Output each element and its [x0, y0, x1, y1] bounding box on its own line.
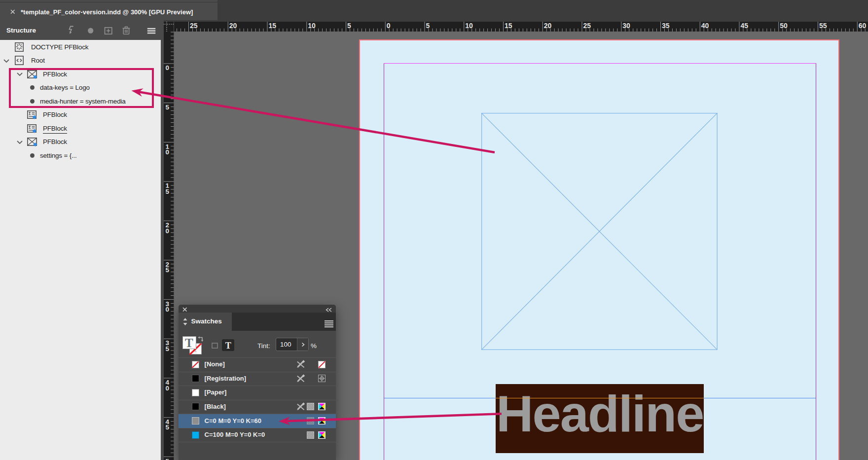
svg-text:5: 5 — [166, 345, 170, 353]
svg-text:0: 0 — [166, 306, 170, 313]
svg-text:15: 15 — [505, 22, 512, 30]
svg-text:30: 30 — [622, 22, 630, 30]
svg-text:10: 10 — [465, 22, 473, 30]
svg-text:0: 0 — [166, 148, 170, 156]
svg-text:40: 40 — [701, 22, 709, 30]
svg-text:60: 60 — [858, 22, 866, 30]
svg-text:25: 25 — [190, 22, 198, 30]
svg-text:15: 15 — [268, 22, 276, 30]
svg-text:45: 45 — [740, 22, 748, 30]
svg-text:5: 5 — [166, 424, 170, 431]
svg-text:35: 35 — [662, 22, 670, 30]
svg-text:5: 5 — [426, 22, 430, 30]
svg-text:20: 20 — [229, 22, 237, 30]
svg-text:5: 5 — [166, 266, 170, 274]
svg-text:0: 0 — [166, 384, 170, 391]
svg-text:0: 0 — [386, 22, 390, 30]
svg-text:0: 0 — [166, 64, 170, 71]
svg-text:5: 5 — [347, 22, 351, 30]
svg-text:5: 5 — [166, 188, 170, 195]
svg-text:5: 5 — [166, 104, 170, 111]
svg-text:25: 25 — [583, 22, 591, 30]
svg-text:50: 50 — [780, 22, 788, 30]
svg-text:20: 20 — [543, 22, 551, 30]
svg-text:0: 0 — [166, 227, 170, 234]
svg-text:55: 55 — [819, 22, 827, 30]
svg-text:10: 10 — [308, 22, 316, 30]
svg-text:5: 5 — [166, 457, 170, 460]
